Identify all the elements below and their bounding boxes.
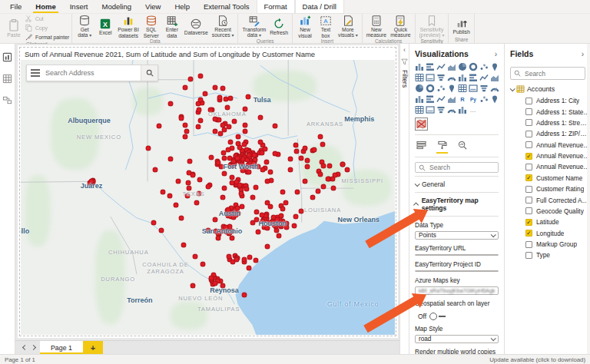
recent-sources-button[interactable]: Recent sources ▾ (210, 15, 236, 38)
ribbon-chart-visual-button[interactable] (479, 62, 489, 71)
field-checkbox[interactable]: ✓ (525, 174, 532, 181)
table-accounts[interactable]: Accounts (510, 83, 590, 95)
field-checkbox[interactable] (525, 164, 532, 170)
ribbon-tab-file[interactable]: File (3, 0, 28, 13)
azure-map-visual-button[interactable] (458, 105, 467, 114)
key-influencers-visual-button[interactable] (447, 105, 456, 114)
field-address-1-state-province[interactable]: Address 1: State/Province (510, 106, 590, 117)
shape-map-visual-button[interactable] (458, 84, 467, 93)
100-stacked-column-visual-button[interactable] (469, 62, 478, 71)
field-markup-group[interactable]: Markup Group (510, 239, 590, 250)
table-visual-button[interactable] (436, 94, 446, 104)
section-general[interactable]: General (415, 176, 499, 192)
azure-maps-key-input[interactable]: kBf_sRaTbuyjKba7GtKpH5AgkHcQw9 (415, 286, 499, 295)
update-available-link[interactable]: Update available (click to download) (489, 356, 585, 363)
new-visual-button[interactable]: New visual (295, 15, 315, 38)
field-geocode-quality[interactable]: Geocode Quality (510, 206, 590, 217)
field-checkbox[interactable] (525, 108, 532, 115)
page-tab[interactable]: Page 1 (40, 341, 83, 354)
ribbon-tab-home[interactable]: Home (28, 0, 62, 13)
line-clustered-column-visual-button[interactable] (447, 73, 456, 82)
pie-visual-button[interactable] (490, 73, 499, 82)
field-annual-revenue-2021[interactable]: ✓Annual Revenue 2021 (510, 151, 590, 161)
treemap-visual-button[interactable] (426, 84, 435, 93)
field-checkbox[interactable] (525, 141, 532, 148)
geospatial-search-toggle[interactable]: Off (415, 313, 499, 320)
scatter-visual-button[interactable] (479, 73, 489, 82)
tab-analytics[interactable] (458, 141, 468, 154)
clustered-column-visual-button[interactable] (447, 62, 456, 71)
field-checkbox[interactable] (525, 98, 532, 104)
field-type[interactable]: Type (510, 250, 590, 260)
field-latitude[interactable]: ✓Latitude (510, 217, 590, 227)
waterfall-visual-button[interactable] (458, 73, 467, 82)
arcgis-map-visual-button[interactable] (490, 94, 499, 104)
power-bi-datasets-button[interactable]: Power BI datasets (116, 15, 141, 38)
decomposition-tree-visual-button[interactable] (436, 105, 446, 114)
ribbon-tab-data-drill[interactable]: Data / Drill (296, 0, 343, 13)
quick-measure-button[interactable]: Quick measure (389, 15, 412, 38)
line-stacked-column-visual-button[interactable] (436, 73, 446, 82)
ribbon-tab-external-tools[interactable]: External Tools (197, 0, 257, 13)
matrix-visual-button[interactable] (447, 94, 456, 104)
refresh-button[interactable]: Refresh (268, 18, 290, 35)
expand-filters-icon[interactable]: ‹ (403, 47, 406, 54)
fields-scrollbar[interactable] (587, 44, 590, 354)
cut-button[interactable]: Cut (25, 15, 69, 23)
gauge-visual-button[interactable] (479, 84, 489, 93)
ribbon-tab-format[interactable]: Format (257, 0, 294, 13)
r-script-visual-button[interactable]: R (458, 94, 467, 104)
copy-button[interactable]: Copy (25, 24, 69, 32)
easyterritory-project-id-input[interactable] (415, 270, 499, 272)
tab-fields[interactable] (416, 141, 426, 154)
tab-format[interactable] (437, 141, 447, 154)
more-visuals-button[interactable]: More visuals ▾ (336, 15, 360, 38)
ribbon-tab-insert[interactable]: Insert (63, 0, 95, 13)
excel-button[interactable]: XExcel (95, 18, 115, 35)
stacked-area-visual-button[interactable] (426, 73, 435, 82)
menu-icon[interactable] (27, 69, 44, 77)
power-apps-visual-button[interactable] (415, 105, 424, 114)
sql-server-button[interactable]: SQL Server (141, 15, 161, 38)
funnel-visual-button[interactable] (469, 73, 478, 82)
field-address-1-city[interactable]: Address 1: City (510, 95, 590, 106)
search-button[interactable] (141, 65, 157, 81)
field-checkbox[interactable] (525, 207, 532, 214)
new-measure-button[interactable]: New measure (365, 15, 388, 38)
easyterritory-map[interactable]: AlbuquerqueNEW MEXICOOKLAHOMATulsaARKANS… (21, 60, 395, 335)
field-annual-revenue-percent-2[interactable]: Annual Revenue Percent 2... (510, 161, 590, 172)
filled-map-visual-button[interactable] (447, 84, 456, 93)
field-annual-revenue-2020[interactable]: Annual Revenue 2020 (510, 140, 590, 151)
map-style-dropdown[interactable]: road (415, 335, 499, 343)
field-checkbox[interactable] (525, 241, 532, 248)
more-options-visual-button[interactable]: … (469, 105, 478, 114)
collapse-fields-icon[interactable]: › (582, 50, 585, 58)
100-stacked-bar-visual-button[interactable] (458, 62, 467, 71)
format-search-input[interactable] (428, 163, 495, 172)
collapse-visualizations-icon[interactable]: › (495, 50, 499, 58)
field-checkbox[interactable] (525, 252, 532, 259)
new-page-button[interactable]: + (83, 341, 103, 354)
paginated-report-visual-button[interactable] (479, 94, 489, 104)
slicer-visual-button[interactable] (469, 84, 478, 93)
field-checkbox[interactable] (525, 131, 532, 137)
field-address-1-zip-postal-code[interactable]: Address 1: ZIP/Postal Code (510, 128, 590, 139)
field-full-corrected-address[interactable]: Full Corrected Address (510, 194, 590, 205)
field-customer-name[interactable]: ✓Customer Name (510, 173, 590, 184)
field-checkbox[interactable] (525, 197, 532, 204)
q-and-a-visual-button[interactable] (426, 105, 435, 114)
filters-pane-title[interactable]: Filters (401, 70, 409, 88)
sensitivity-preview-button[interactable]: Sensitivity (preview) ▾ (418, 15, 446, 38)
field-checkbox[interactable]: ✓ (525, 230, 532, 237)
page-nav-arrows[interactable] (18, 341, 40, 354)
text-box-button[interactable]: AText box (316, 15, 336, 38)
address-search-input[interactable] (44, 68, 141, 78)
python-visual-button[interactable]: Py (469, 94, 478, 104)
transform-data-button[interactable]: Transform data ▾ (240, 15, 267, 38)
area-chart-visual-button[interactable] (415, 73, 424, 82)
get-data-button[interactable]: Get data ▾ (75, 15, 94, 38)
dataverse-button[interactable]: Dataverse (183, 18, 210, 35)
ribbon-tab-modeling[interactable]: Modeling (94, 0, 138, 13)
map-visual-button[interactable] (436, 84, 446, 93)
publish-button[interactable]: Publish (451, 17, 471, 35)
